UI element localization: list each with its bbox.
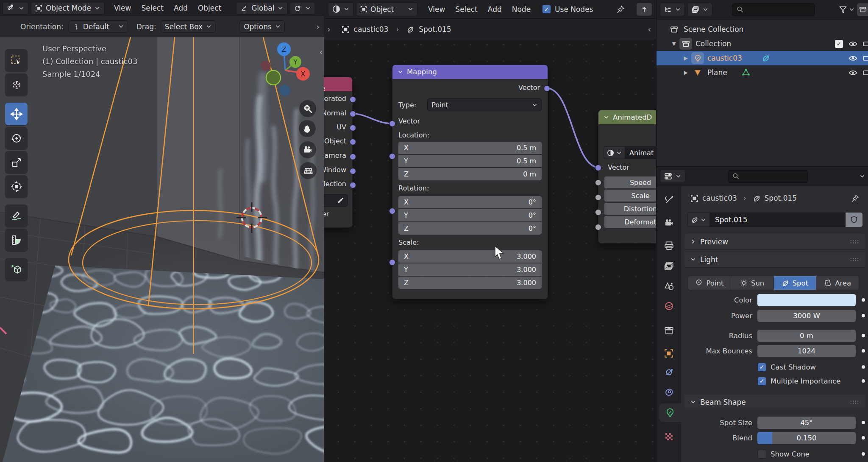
keyframe-dot[interactable] (862, 298, 865, 302)
breadcrumb-data[interactable]: Spot.015 (765, 194, 797, 202)
node-animated-group[interactable]: AnimatedD Animat Vector Speed Scale Dist… (598, 110, 656, 244)
options-dropdown[interactable]: Options (239, 20, 285, 33)
menu-add[interactable]: Add (169, 4, 192, 12)
show-cone-checkbox[interactable] (757, 450, 766, 459)
light-type-area[interactable]: Area (816, 276, 859, 290)
tab-render[interactable] (657, 213, 681, 232)
max-bounces-field[interactable]: 1024 (757, 345, 856, 357)
tool-add-cube[interactable] (5, 258, 28, 280)
socket-uv[interactable] (350, 125, 356, 131)
group-scale-field[interactable]: Scale (604, 190, 656, 202)
tool-select-box[interactable] (5, 49, 28, 72)
orientation-default-dropdown[interactable]: Default (69, 20, 128, 33)
socket-mapping-location[interactable] (389, 153, 395, 160)
socket-group-scale[interactable] (595, 194, 601, 201)
light-name-field[interactable]: Spot.015 (710, 213, 846, 227)
tool-move[interactable] (5, 103, 28, 125)
group-speed-field[interactable]: Speed (604, 176, 656, 188)
panel-light-header[interactable]: Light (684, 252, 865, 268)
tab-tool[interactable] (657, 190, 681, 209)
use-nodes-toggle[interactable]: ✓ Use Nodes (542, 5, 593, 14)
rotation-x-field[interactable]: X0° (398, 196, 542, 208)
display-mode-button[interactable] (687, 3, 712, 16)
mode-dropdown[interactable]: Object Mode (31, 2, 104, 14)
row-scene-collection[interactable]: Scene Collection (657, 22, 868, 36)
outliner-search-input[interactable] (732, 3, 815, 16)
menu-select[interactable]: Select (451, 5, 482, 14)
socket-group-vector[interactable] (595, 165, 601, 171)
multiple-importance-checkbox[interactable]: ✓ (757, 377, 766, 386)
keyframe-dot[interactable] (862, 452, 865, 456)
filter-chevron-icon[interactable] (860, 174, 865, 179)
spot-size-field[interactable]: 45° (757, 417, 856, 429)
use-nodes-checkbox[interactable]: ✓ (542, 5, 551, 14)
camera-view-button[interactable] (299, 141, 316, 158)
menu-view[interactable]: View (423, 5, 450, 14)
properties-search-input[interactable] (728, 170, 808, 183)
group-deform-field[interactable]: Deformat (604, 216, 656, 228)
socket-group-speed[interactable] (595, 179, 601, 186)
eye-icon[interactable] (849, 40, 857, 48)
location-y-field[interactable]: Y0.5 m (398, 155, 542, 167)
tab-collection[interactable] (657, 321, 681, 340)
camera-icon[interactable] (863, 54, 868, 62)
shader-type-dropdown[interactable]: Object (356, 3, 417, 16)
collection-exclude-checkbox[interactable]: ✓ (835, 40, 843, 48)
shader-node-editor[interactable]: Texture Coordinate Generated Normal UV O… (324, 0, 656, 462)
power-field[interactable]: 3000 W (757, 310, 856, 322)
fake-user-shield-button[interactable] (846, 213, 862, 227)
scale-x-field[interactable]: X3.000 (398, 250, 542, 263)
row-caustic03[interactable]: ▶ caustic03 (657, 51, 868, 65)
keyframe-dot[interactable] (862, 334, 865, 337)
color-swatch[interactable] (757, 294, 856, 306)
pin-icon[interactable] (616, 5, 625, 14)
socket-reflection[interactable] (350, 182, 356, 188)
breadcrumb-data[interactable]: Spot.015 (419, 25, 451, 34)
transform-orientation-dropdown[interactable]: Global (236, 2, 287, 14)
radius-field[interactable]: 0 m (757, 330, 856, 342)
header-overflow-arrow[interactable]: › (316, 22, 320, 32)
rotation-y-field[interactable]: Y0° (398, 209, 542, 221)
zoom-button[interactable] (299, 100, 316, 117)
menu-node[interactable]: Node (507, 5, 535, 14)
viewport-sidebar-toggle[interactable]: ‹ (319, 47, 323, 57)
socket-mapping-vector-in[interactable] (389, 120, 395, 127)
scale-y-field[interactable]: Y3.000 (398, 263, 542, 276)
panel-drag-grip[interactable] (850, 400, 859, 404)
light-type-spot[interactable]: Spot (774, 276, 817, 290)
tab-view-layer[interactable] (657, 257, 681, 275)
eye-icon[interactable] (849, 55, 857, 62)
tab-texture[interactable] (657, 427, 681, 446)
socket-group-distortion[interactable] (595, 209, 601, 216)
breadcrumb-collapse-arrow[interactable]: ‹ (648, 25, 653, 34)
socket-mapping-vector-out[interactable] (544, 85, 550, 92)
disclosure-closed-icon[interactable]: ▶ (683, 70, 689, 76)
socket-group-deform[interactable] (595, 224, 601, 230)
cast-shadow-checkbox[interactable]: ✓ (757, 363, 766, 372)
disclosure-open-icon[interactable]: ▼ (671, 41, 677, 47)
location-x-field[interactable]: X0.5 m (398, 142, 542, 154)
menu-object[interactable]: Object (193, 4, 226, 12)
object-eyedropper-field[interactable] (324, 194, 348, 207)
group-distortion-field[interactable]: Distortion (604, 203, 656, 215)
go-to-parent-button[interactable] (637, 3, 652, 16)
light-datablock-browse[interactable] (687, 213, 710, 227)
camera-icon[interactable] (863, 69, 868, 76)
tab-light-data[interactable] (659, 403, 681, 422)
tool-measure[interactable] (5, 229, 28, 251)
editor-type-button[interactable] (328, 3, 353, 16)
drag-dropdown[interactable]: Select Box (161, 20, 216, 33)
keyframe-dot[interactable] (862, 379, 865, 383)
row-collection[interactable]: ▼ Collection ✓ (657, 36, 868, 51)
socket-normal[interactable] (350, 111, 356, 117)
rotation-z-field[interactable]: Z0° (398, 222, 542, 235)
eye-icon[interactable] (849, 69, 857, 76)
filter-button[interactable] (839, 6, 854, 14)
editor-type-button[interactable] (660, 170, 685, 183)
light-type-sun[interactable]: Sun (731, 276, 774, 290)
row-plane[interactable]: ▶ Plane (657, 65, 868, 80)
menu-view[interactable]: View (109, 4, 136, 12)
socket-object[interactable] (350, 139, 356, 145)
collapse-chevron-icon[interactable] (604, 115, 609, 120)
new-collection-button[interactable] (857, 3, 868, 16)
